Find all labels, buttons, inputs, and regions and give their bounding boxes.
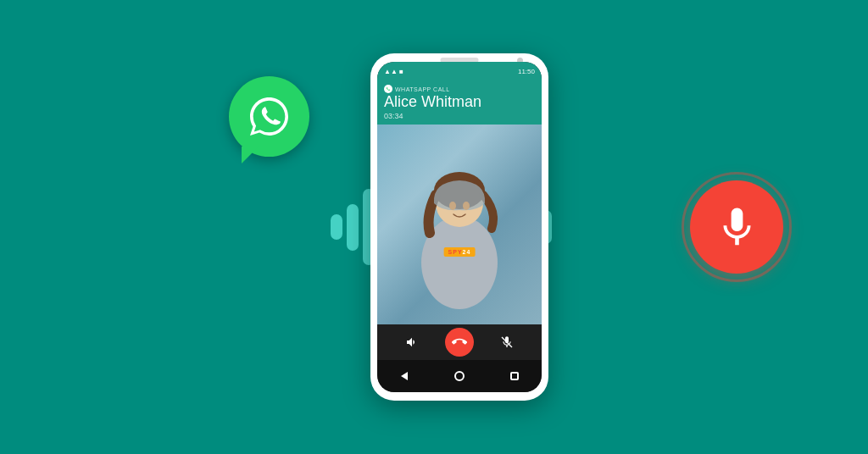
wave-bar-1 — [331, 214, 342, 240]
wa-small-icon — [384, 85, 392, 93]
whatsapp-circle — [229, 76, 309, 157]
phone-device: ▲▲ ■ 11:50 WHATSAPP CALL Alice Whitman 0… — [370, 53, 548, 401]
mic-ring — [682, 172, 792, 282]
status-bar: ▲▲ ■ 11:50 — [377, 62, 542, 80]
whatsapp-call-label: WHATSAPP CALL — [384, 85, 535, 93]
caller-photo: SPY24 — [377, 125, 542, 324]
caller-name: Alice Whitman — [384, 93, 535, 112]
caller-avatar-svg — [400, 140, 519, 309]
speaker-button[interactable] — [401, 331, 423, 353]
wave-bar-2 — [347, 204, 359, 251]
main-scene: ▲▲ ■ 11:50 WHATSAPP CALL Alice Whitman 0… — [0, 0, 868, 454]
whatsapp-bubble — [229, 76, 322, 169]
call-duration: 03:34 — [384, 112, 535, 120]
status-time: 11:50 — [518, 68, 535, 75]
recents-nav-button[interactable] — [507, 368, 522, 384]
phone-nav — [377, 360, 542, 392]
spy-badge: SPY24 — [444, 247, 476, 257]
status-icons: ▲▲ ■ — [384, 68, 403, 75]
home-nav-button[interactable] — [452, 368, 467, 384]
call-controls — [377, 324, 542, 360]
call-header: WHATSAPP CALL Alice Whitman 03:34 — [377, 80, 542, 125]
end-call-button[interactable] — [445, 328, 474, 357]
mute-button[interactable] — [496, 331, 518, 353]
phone-screen: ▲▲ ■ 11:50 WHATSAPP CALL Alice Whitman 0… — [377, 62, 542, 392]
back-nav-button[interactable] — [397, 368, 412, 384]
whatsapp-phone-icon — [246, 93, 292, 140]
svg-point-4 — [463, 202, 470, 210]
svg-point-3 — [449, 202, 456, 210]
mic-record-button[interactable] — [690, 180, 783, 274]
